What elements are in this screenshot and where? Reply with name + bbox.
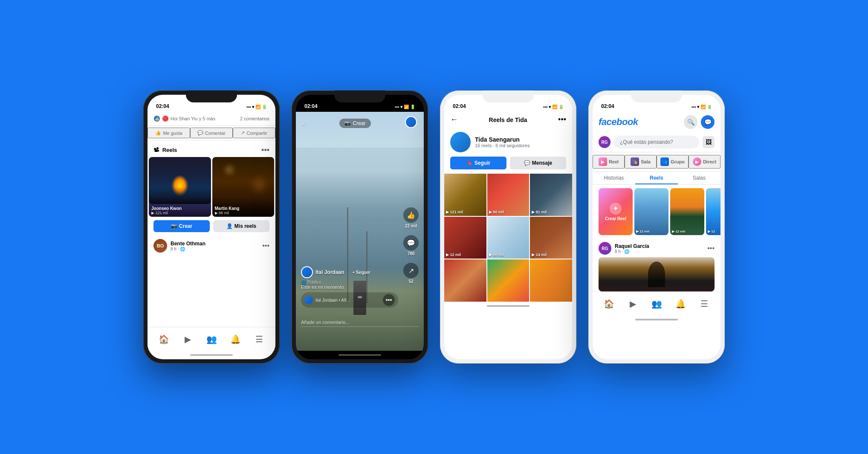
back-button-2[interactable]: ‹ <box>303 119 305 128</box>
follow-label[interactable]: • Seguir <box>353 270 370 275</box>
reaction-icons-row: 👍 ❤️ Hoi Shan Yiu y 5 más <box>153 115 215 122</box>
p4-story-actions: ▶ Reel 🎭 Sala 👥 Grupo ▶ Direct <box>593 152 720 172</box>
search-button-4[interactable]: 🔍 <box>684 115 697 129</box>
p3-reels-grid: ▶ 121 mil ▶ 90 mil ▶ 81 mil ▶ 12 mil <box>444 174 572 302</box>
photo-icon-4[interactable]: 🖼 <box>703 136 715 148</box>
seguir-button[interactable]: 🔖 Seguir <box>450 157 506 169</box>
p3-page-title: Reels de Tida <box>489 116 527 123</box>
profile-avatar-3 <box>450 132 471 152</box>
grid-item-6[interactable]: ▶ 14 mil <box>530 217 572 259</box>
grid-item-9[interactable] <box>530 259 572 302</box>
home-indicator-1 <box>148 351 275 359</box>
reel-story-button[interactable]: ▶ Reel <box>593 155 625 169</box>
phone-2-screen: 02:04 ▪▪▪ ▾ 📶 🔋 ‹ 📷 <box>296 95 424 359</box>
sala-button[interactable]: 🎭 Sala <box>625 155 657 169</box>
nav-video-4[interactable]: ▶ <box>624 295 641 312</box>
nav-people-4[interactable]: 👥 <box>648 295 665 312</box>
nav-home-4[interactable]: 🏠 <box>600 295 617 312</box>
person-icon: 👤 <box>226 223 233 229</box>
reels-more-icon[interactable]: ••• <box>261 146 269 154</box>
grid-item-1[interactable]: ▶ 121 mil <box>444 174 486 216</box>
comment-more-button[interactable]: ••• <box>383 294 395 306</box>
reel-1-name: Joonseo Kwon <box>151 206 208 211</box>
nav-video-1[interactable]: ▶ <box>179 331 196 348</box>
grid-item-3[interactable]: ▶ 81 mil <box>530 174 572 216</box>
reel-thumb-2[interactable]: ▶ 12 mil <box>670 188 704 235</box>
grid-item-2[interactable]: ▶ 90 mil <box>487 174 529 216</box>
view-count-3: ▶ 81 mil <box>532 210 547 214</box>
p1-reels-section: 📽 Reels ••• <box>148 142 275 236</box>
post-more-icon[interactable]: ••• <box>262 242 269 250</box>
home-bar-4 <box>635 319 678 320</box>
grupo-button[interactable]: 👥 Grupo <box>657 155 689 169</box>
phone-1: 02:04 ▪▪▪ ▾ 📶 🔋 👍 ❤️ Hoi Shan Yiu y 5 má… <box>143 90 280 364</box>
p4-post-preview: RG Raquel García 8 h · 🌐 ••• <box>593 239 720 291</box>
nav-people-1[interactable]: 👥 <box>203 331 220 348</box>
direct-button[interactable]: ▶ Direct <box>689 155 720 169</box>
reactions-text: Hoi Shan Yiu y 5 más <box>171 116 215 121</box>
p2-caption: Este es mi momento <box>301 285 398 290</box>
reel-item-1[interactable]: Joonseo Kwon ▶ 121 mil <box>149 157 211 217</box>
p4-header-icons: 🔍 💬 <box>684 115 715 129</box>
share-icon: ↗ <box>241 130 245 136</box>
comment-action[interactable]: 💬 780 <box>403 235 419 256</box>
back-button-3[interactable]: ← <box>450 115 458 124</box>
post-meta-4: 8 h · 🌐 <box>615 249 649 254</box>
author-avatar-2 <box>301 266 313 278</box>
reel-item-2[interactable]: Martin Kang ▶ 88 mil <box>212 157 275 217</box>
reel-thumb-1[interactable]: ▶ 12 mil <box>634 188 668 235</box>
post-more-4[interactable]: ••• <box>707 244 715 252</box>
time-3: 02:04 <box>453 103 466 109</box>
p4-reels-row: + Crear Reel ▶ 12 mil ▶ 12 mil ▶ 12 <box>593 185 720 239</box>
grid-img-7 <box>444 259 486 302</box>
like-action[interactable]: 👍 22 mil <box>403 207 419 228</box>
grid-item-4[interactable]: ▶ 12 mil <box>444 217 486 259</box>
grid-img-9 <box>530 259 572 302</box>
post-name-4: Raquel García <box>615 243 649 249</box>
add-comment-field[interactable]: Añade un comentario... <box>301 320 419 327</box>
tab-salas[interactable]: Salas <box>678 172 720 184</box>
crear-video-button[interactable]: 📷 Crear <box>339 119 370 128</box>
tab-historias[interactable]: Historias <box>593 172 635 184</box>
notch-3 <box>483 90 534 102</box>
notch-2 <box>334 90 385 102</box>
view-count-2: ▶ 90 mil <box>489 210 504 214</box>
more-button-3[interactable]: ••• <box>558 115 566 124</box>
reel-img-3 <box>706 188 720 235</box>
comment-button[interactable]: 💬 Comentar <box>190 128 233 138</box>
home-indicator-3 <box>444 302 572 310</box>
nav-menu-4[interactable]: ☰ <box>696 295 713 312</box>
reel-thumb-3[interactable]: ▶ 12 <box>706 188 720 235</box>
nav-bell-4[interactable]: 🔔 <box>672 295 689 312</box>
tab-reels[interactable]: Reels <box>635 172 678 184</box>
p2-comment-row[interactable]: itai Jordaan • Añ... ••• <box>301 292 398 308</box>
mensaje-button[interactable]: 💬 Mensaje <box>510 157 566 169</box>
create-reel-thumb[interactable]: + Crear Reel <box>599 188 633 235</box>
reel-2-views: ▶ 88 mil <box>215 211 272 215</box>
p1-reels-header: 📽 Reels ••• <box>148 142 275 157</box>
share-action[interactable]: ↗ 52 <box>403 263 419 284</box>
grid-item-8[interactable] <box>487 259 529 302</box>
messenger-button-4[interactable]: 💬 <box>701 115 715 129</box>
share-button[interactable]: ↗ Compartir <box>233 128 275 138</box>
nav-menu-1[interactable]: ☰ <box>251 331 268 348</box>
mis-reels-button[interactable]: 👤 Mis reels <box>213 220 269 232</box>
p3-profile-section: Tida Saengarun 16 reels · 6 mil seguidor… <box>444 128 572 157</box>
reel-2-label: Martin Kang ▶ 88 mil <box>212 198 275 217</box>
grid-item-7[interactable] <box>444 259 486 302</box>
nav-home-1[interactable]: 🏠 <box>155 331 172 348</box>
reel-img-tent <box>670 188 704 235</box>
reel-img-beach <box>634 188 668 235</box>
share-label: Compartir <box>246 131 267 136</box>
like-button[interactable]: 👍 Me gusta <box>148 128 190 138</box>
post-input-4[interactable]: ¿Qué estás pensando? <box>614 136 699 148</box>
p2-right-actions: 👍 22 mil 💬 780 ↗ 52 <box>403 207 419 284</box>
user-avatar-2[interactable] <box>405 116 417 128</box>
comment-count-2: 780 <box>408 251 415 256</box>
grid-item-5[interactable]: ▶ 80 mil <box>487 217 529 259</box>
crear-button[interactable]: 📷 Crear <box>153 220 210 232</box>
nav-bell-1[interactable]: 🔔 <box>227 331 244 348</box>
comment-icon: 💬 <box>197 130 203 136</box>
p1-post-author: BO Bente Othman 8 h · 🌐 ••• <box>148 236 275 256</box>
p4-post-header: RG Raquel García 8 h · 🌐 ••• <box>599 242 715 255</box>
